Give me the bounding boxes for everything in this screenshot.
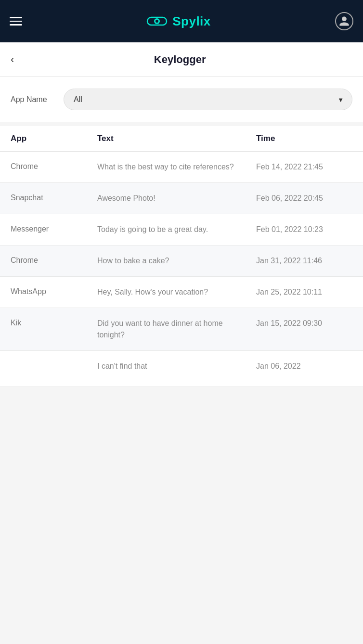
- cell-time: Jan 25, 2022 10:11: [256, 286, 352, 298]
- cell-app: Snapchat: [11, 193, 97, 202]
- cell-app: Chrome: [11, 161, 97, 171]
- account-button[interactable]: [335, 12, 353, 30]
- table-row: Chrome How to bake a cake? Jan 31, 2022 …: [0, 245, 363, 277]
- filter-row: App Name All Chrome Snapchat Messenger W…: [0, 77, 363, 122]
- cell-app: Kik: [11, 318, 97, 327]
- table-row: I can't find that Jan 06, 2022: [0, 351, 363, 387]
- cell-text: I can't find that: [97, 361, 256, 372]
- app-name-filter[interactable]: All Chrome Snapchat Messenger WhatsApp K…: [64, 89, 352, 110]
- cell-time: Jan 31, 2022 11:46: [256, 255, 352, 267]
- menu-button[interactable]: [10, 17, 22, 26]
- logo-icon: [146, 14, 168, 28]
- col-header-time: Time: [256, 134, 352, 143]
- cell-text: Hey, Sally. How's your vacation?: [97, 286, 256, 298]
- logo-area: Spylix: [146, 14, 211, 29]
- cell-time: Jan 06, 2022: [256, 361, 352, 372]
- cell-time: Jan 15, 2022 09:30: [256, 318, 352, 329]
- cell-text: Today is going to be a great day.: [97, 224, 256, 235]
- cell-time: Feb 06, 2022 20:45: [256, 193, 352, 204]
- cell-app: WhatsApp: [11, 286, 97, 296]
- table-header: App Text Time: [0, 126, 363, 152]
- filter-label: App Name: [11, 95, 54, 104]
- table-row: Kik Did you want to have dinner at home …: [0, 308, 363, 351]
- person-icon: [338, 15, 350, 27]
- table-row: WhatsApp Hey, Sally. How's your vacation…: [0, 277, 363, 308]
- keylogger-table: App Text Time Chrome What is the best wa…: [0, 126, 363, 387]
- table-row: Snapchat Awesome Photo! Feb 06, 2022 20:…: [0, 183, 363, 214]
- cell-app: [11, 361, 97, 361]
- cell-app: Messenger: [11, 224, 97, 233]
- app-header: Spylix: [0, 0, 363, 42]
- table-row: Chrome What is the best way to cite refe…: [0, 152, 363, 183]
- col-header-text: Text: [97, 134, 256, 143]
- cell-text: Awesome Photo!: [97, 193, 256, 204]
- app-name-select[interactable]: All Chrome Snapchat Messenger WhatsApp K…: [64, 89, 352, 110]
- cell-text: How to bake a cake?: [97, 255, 256, 267]
- logo-text: Spylix: [172, 14, 211, 29]
- table-row: Messenger Today is going to be a great d…: [0, 214, 363, 245]
- cell-app: Chrome: [11, 255, 97, 265]
- sub-header: ‹ Keylogger: [0, 42, 363, 77]
- cell-time: Feb 14, 2022 21:45: [256, 161, 352, 173]
- back-button[interactable]: ‹: [11, 53, 14, 66]
- cell-text: Did you want to have dinner at home toni…: [97, 318, 256, 341]
- page-title: Keylogger: [22, 53, 338, 66]
- cell-time: Feb 01, 2022 10:23: [256, 224, 352, 235]
- cell-text: What is the best way to cite references?: [97, 161, 256, 173]
- col-header-app: App: [11, 134, 97, 143]
- svg-point-2: [156, 20, 158, 23]
